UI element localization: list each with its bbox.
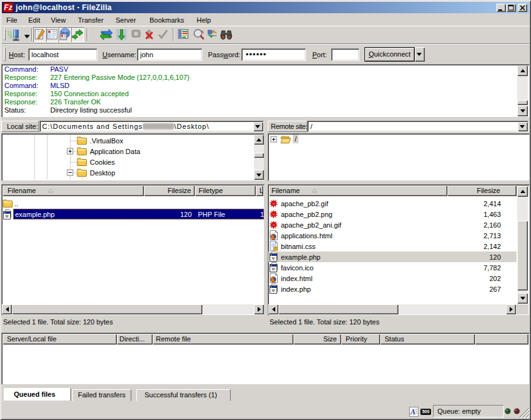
svg-text:A: A (410, 407, 415, 416)
